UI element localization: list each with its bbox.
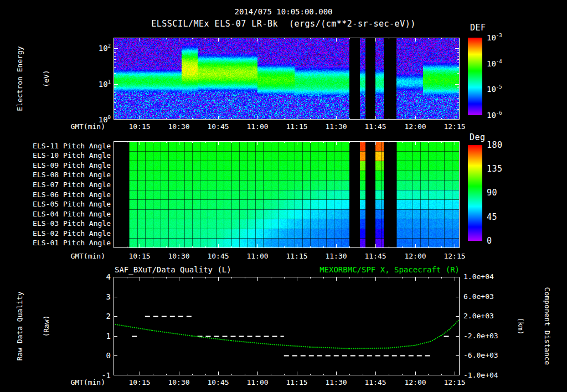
tick-exp: -5 bbox=[496, 84, 502, 90]
x-tick-label: 10:45 bbox=[204, 122, 233, 131]
def-colorbar-title: DEF bbox=[470, 23, 486, 32]
pitch-angle-heatmap-canvas bbox=[114, 141, 460, 248]
right-y-tick-label: 1.0e+04 bbox=[463, 272, 494, 281]
x-tick-label: 12:15 bbox=[440, 122, 469, 131]
right-axis-title-line2: (km) bbox=[516, 287, 525, 365]
tick-exp: -3 bbox=[496, 33, 502, 38]
right-axis-title-component-distance: Component Distance (km) bbox=[498, 287, 567, 365]
deg-colorbar-tick-label: 0 bbox=[487, 236, 492, 245]
left-axis-title-raw-data-quality: Raw Data Quality (Raw) bbox=[0, 291, 69, 360]
deg-colorbar-tick-label: 135 bbox=[487, 164, 503, 173]
y-axis-title-line1: Electron Energy bbox=[16, 46, 24, 111]
deg-colorbar-canvas bbox=[468, 145, 482, 241]
left-y-tick-label: 4 bbox=[87, 272, 111, 281]
els-row-label: ELS-11 Pitch Angle bbox=[22, 142, 111, 151]
x-tick-label: 11:45 bbox=[361, 122, 390, 131]
electron-energy-spectrogram-canvas bbox=[114, 38, 460, 120]
gmt-axis-label: GMT(min) bbox=[53, 252, 105, 261]
x-tick-label: 11:15 bbox=[282, 378, 311, 387]
left-y-tick-label: 0 bbox=[87, 351, 111, 360]
els-row-label: ELS-09 Pitch Angle bbox=[22, 161, 111, 170]
x-tick-label: 12:00 bbox=[401, 378, 430, 387]
x-tick-label: 10:15 bbox=[125, 378, 154, 387]
bottom-right-series-title: MEXORBMC/SPF X, Spacecraft (R) bbox=[238, 265, 460, 274]
x-tick-label: 11:15 bbox=[282, 252, 311, 261]
deg-colorbar-tick-label: 45 bbox=[487, 213, 497, 221]
x-tick-label: 11:15 bbox=[282, 122, 311, 131]
tick-base: 10 bbox=[487, 111, 496, 120]
els-row-label: ELS-03 Pitch Angle bbox=[22, 219, 111, 228]
els-row-label: ELS-08 Pitch Angle bbox=[22, 171, 111, 179]
x-tick-label: 11:30 bbox=[322, 378, 350, 387]
els-row-label: ELS-05 Pitch Angle bbox=[22, 200, 111, 209]
subtitle-units: (ergs/(cm**2-sr-sec-eV)) bbox=[289, 19, 416, 29]
els-summary-plot-page: 2014/075 10:05:00.000 ELSSCIL/MEx ELS-07… bbox=[0, 0, 567, 392]
tick-base: 10 bbox=[487, 85, 496, 94]
right-y-tick-label: -6.0e+03 bbox=[463, 351, 498, 360]
tick-base: 10 bbox=[487, 33, 496, 42]
y-tick-label-1e1: 101 bbox=[78, 80, 111, 89]
deg-colorbar-tick-label: 180 bbox=[487, 141, 503, 149]
subtitle-instrument: ELSSCIL/MEx ELS-07 LR-Bk bbox=[151, 19, 278, 29]
els-row-label: ELS-01 Pitch Angle bbox=[22, 239, 111, 247]
plot-subtitle: ELSSCIL/MEx ELS-07 LR-Bk(ergs/(cm**2-sr-… bbox=[62, 19, 505, 28]
x-tick-label: 10:30 bbox=[164, 252, 193, 261]
quality-distance-plot-canvas bbox=[114, 277, 460, 375]
els-row-label: ELS-04 Pitch Angle bbox=[22, 210, 111, 219]
tick-exp: 1 bbox=[108, 79, 111, 85]
x-tick-label: 11:00 bbox=[243, 252, 272, 261]
x-tick-label: 10:45 bbox=[204, 378, 233, 387]
x-tick-label: 12:00 bbox=[401, 252, 430, 261]
tick-base: 10 bbox=[99, 80, 108, 89]
deg-colorbar-title: Deg bbox=[470, 133, 486, 142]
bottom-left-series-title: SAF_BXuT/Data Quality (L) bbox=[115, 265, 231, 274]
els-row-label: ELS-06 Pitch Angle bbox=[22, 190, 111, 199]
deg-colorbar-tick-label: 90 bbox=[487, 188, 497, 197]
els-row-label: ELS-02 Pitch Angle bbox=[22, 229, 111, 238]
tick-exp: -6 bbox=[496, 110, 502, 116]
x-tick-label: 11:45 bbox=[361, 378, 390, 387]
right-axis-title-line1: Component Distance bbox=[543, 287, 551, 365]
els-row-label: ELS-10 Pitch Angle bbox=[22, 151, 111, 160]
x-tick-label: 11:30 bbox=[322, 252, 350, 261]
x-tick-label: 11:30 bbox=[322, 122, 350, 131]
gmt-axis-label: GMT(min) bbox=[53, 122, 105, 131]
left-y-tick-label: 2 bbox=[87, 312, 111, 321]
gmt-axis-label: GMT(min) bbox=[53, 378, 105, 387]
tick-base: 10 bbox=[99, 44, 108, 53]
x-tick-label: 11:00 bbox=[243, 378, 272, 387]
def-colorbar-tick-label: 10-5 bbox=[487, 85, 502, 94]
def-colorbar-canvas bbox=[468, 38, 482, 115]
def-colorbar-tick-label: 10-6 bbox=[487, 111, 502, 120]
left-y-tick-label: 3 bbox=[87, 292, 111, 301]
tick-exp: 2 bbox=[108, 43, 111, 49]
tick-base: 10 bbox=[487, 59, 496, 68]
right-y-tick-label: -2.0e+03 bbox=[463, 332, 498, 341]
def-colorbar-tick-label: 10-4 bbox=[487, 59, 502, 68]
x-tick-label: 10:15 bbox=[125, 252, 154, 261]
x-tick-label: 10:15 bbox=[125, 122, 154, 131]
x-tick-label: 10:30 bbox=[164, 378, 193, 387]
right-y-tick-label: 2.0e+03 bbox=[463, 312, 494, 321]
left-y-tick-label: 1 bbox=[87, 332, 111, 341]
x-tick-label: 12:15 bbox=[440, 252, 469, 261]
y-axis-title-electron-energy: Electron Energy (eV) bbox=[0, 46, 69, 111]
left-axis-title-line1: Raw Data Quality bbox=[16, 291, 24, 360]
left-axis-title-line2: (Raw) bbox=[42, 291, 51, 360]
x-tick-label: 11:00 bbox=[243, 122, 272, 131]
els-row-label: ELS-07 Pitch Angle bbox=[22, 180, 111, 189]
tick-exp: -4 bbox=[496, 59, 502, 64]
x-tick-label: 12:00 bbox=[401, 122, 430, 131]
y-tick-label-1e2: 102 bbox=[78, 44, 111, 53]
def-colorbar-tick-label: 10-3 bbox=[487, 33, 502, 42]
y-axis-title-line2: (eV) bbox=[42, 46, 51, 111]
x-tick-label: 10:30 bbox=[164, 122, 193, 131]
page-title: 2014/075 10:05:00.000 bbox=[173, 7, 394, 16]
tick-exp: 0 bbox=[108, 115, 111, 120]
x-tick-label: 10:45 bbox=[204, 252, 233, 261]
x-tick-label: 11:45 bbox=[361, 252, 390, 261]
right-y-tick-label: 6.0e+03 bbox=[463, 292, 494, 301]
x-tick-label: 12:15 bbox=[440, 378, 469, 387]
